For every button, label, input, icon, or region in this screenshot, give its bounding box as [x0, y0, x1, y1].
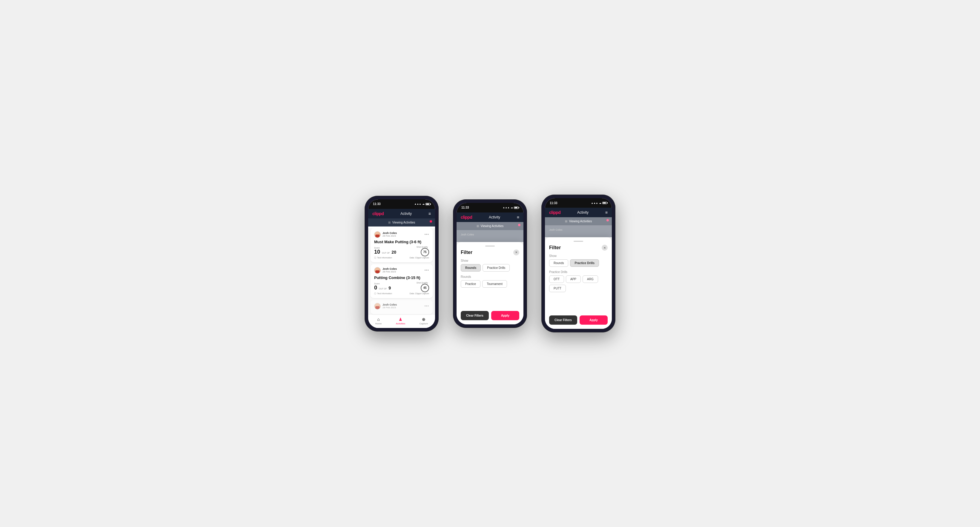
viewing-bar-1[interactable]: ⊞ Viewing Activities [368, 218, 435, 227]
signal-icon-2: ▲▲▲ [503, 206, 510, 209]
tournament-btn-2[interactable]: Tournament [482, 280, 507, 288]
info-text-1: ⓘ Test Information [374, 256, 392, 259]
logo-3: clippd [549, 210, 560, 215]
stats-container-1: Score 10 OUT OF 20 Shot Quality 75 [374, 246, 429, 256]
logo-1: clippd [372, 211, 384, 216]
status-icons-1: ▲▲▲ ☁ [414, 203, 430, 205]
clear-filters-btn-3[interactable]: Clear Filters [549, 316, 577, 325]
drills-buttons-3: OTT APP ARG PUTT [549, 275, 608, 292]
score-value-2: 0 [374, 285, 377, 291]
apply-btn-3[interactable]: Apply [579, 316, 608, 325]
out-of-value-2: 9 [388, 286, 391, 290]
close-button-3[interactable]: ✕ [602, 245, 608, 251]
user-name-2: Josh Coles [382, 267, 397, 270]
show-buttons-2: Rounds Practice Drills [461, 264, 519, 271]
avatar-3 [374, 303, 381, 310]
user-date-1: 28 Feb 2023 [382, 235, 397, 237]
battery-icon [425, 203, 430, 205]
status-time-2: 11:33 [461, 206, 469, 209]
user-details-1: Josh Coles 28 Feb 2023 [382, 232, 397, 237]
avatar-1 [374, 231, 381, 238]
capture-label: Capture [420, 322, 428, 325]
activity-card-1[interactable]: Josh Coles 28 Feb 2023 ••• Must Make Put… [371, 228, 433, 262]
nav-capture[interactable]: ⊕ Capture [420, 317, 428, 325]
red-dot-1 [430, 220, 432, 222]
home-label: Home [375, 322, 382, 325]
phone-2: 11:33 ▲▲▲ ☁ clippd Activity ≡ ⊞ Viewing … [453, 199, 527, 328]
home-icon: ⌂ [377, 317, 380, 322]
activities-icon: ♟ [399, 317, 402, 322]
phone-3: 11:33 ▲▲▲ ☁ clippd Activity ≡ ⊞ Viewing … [541, 195, 616, 332]
nav-activities[interactable]: ♟ Activities [396, 317, 406, 325]
activity-list-1: Josh Coles 28 Feb 2023 ••• Must Make Put… [368, 228, 435, 314]
dimmed-content-3: Josh Coles [545, 225, 612, 237]
filter-sheet-2: Filter ✕ Show Rounds Practice Drills Rou… [457, 242, 523, 324]
ott-btn-3[interactable]: OTT [549, 275, 564, 283]
filter-actions-2: Clear Filters Apply [461, 311, 519, 320]
rounds-show-btn-3[interactable]: Rounds [549, 259, 568, 267]
menu-icon-1[interactable]: ≡ [428, 211, 431, 216]
clear-filters-btn-2[interactable]: Clear Filters [461, 311, 489, 320]
score-row-1: 10 OUT OF 20 [374, 249, 396, 255]
header-title-3: Activity [577, 210, 589, 214]
status-icons-2: ▲▲▲ ☁ [503, 206, 519, 209]
close-button-2[interactable]: ✕ [513, 249, 519, 256]
practice-drills-show-btn-3[interactable]: Practice Drills [570, 259, 599, 267]
status-bar-1: 11:33 ▲▲▲ ☁ [368, 199, 435, 209]
phone-2-content: ⊞ Viewing Activities Josh Coles Filter ✕… [457, 222, 523, 324]
user-info-1: Josh Coles 28 Feb 2023 [374, 231, 397, 238]
user-info-2: Josh Coles 28 Feb 2023 [374, 267, 397, 274]
sq-label-1: Shot Quality [417, 246, 428, 248]
sq-badge-1: 75 [421, 248, 429, 256]
filter-header-2: Filter ✕ [461, 249, 519, 256]
battery-icon-3 [602, 202, 607, 204]
capture-icon: ⊕ [422, 317, 425, 322]
menu-icon-2[interactable]: ≡ [517, 215, 519, 220]
viewing-bar-text-2: Viewing Activities [481, 224, 504, 228]
app-btn-3[interactable]: APP [566, 275, 581, 283]
rounds-show-btn-2[interactable]: Rounds [461, 264, 481, 271]
dots-menu-1[interactable]: ••• [424, 232, 429, 237]
activity-card-2[interactable]: Josh Coles 28 Feb 2023 ••• Putting Combi… [371, 264, 433, 298]
dimmed-user-2: Josh Coles [457, 230, 523, 239]
activity-card-3[interactable]: Josh Coles 28 Feb 2023 ••• [371, 300, 433, 314]
user-details-2: Josh Coles 28 Feb 2023 [382, 267, 397, 273]
viewing-icon-2: ⊞ [477, 224, 479, 228]
card-title-1: Must Make Putting (3-6 ft) [374, 240, 429, 244]
show-label-3: Show [549, 254, 608, 257]
data-text-2: Data: Clippd Capture [410, 292, 429, 295]
user-name-1: Josh Coles [382, 232, 397, 235]
wifi-icon-2: ☁ [511, 206, 513, 209]
card-header-1: Josh Coles 28 Feb 2023 ••• [374, 231, 429, 238]
practice-drills-show-btn-2[interactable]: Practice Drills [482, 264, 510, 271]
viewing-bar-3-dimmed: ⊞ Viewing Activities [545, 217, 612, 225]
red-dot-3 [606, 219, 609, 221]
card-title-2: Putting Combine (3-15 ft) [374, 275, 429, 280]
app-header-2: clippd Activity ≡ [457, 213, 523, 222]
menu-icon-3[interactable]: ≡ [605, 210, 608, 215]
phone-3-content: ⊞ Viewing Activities Josh Coles Filter ✕… [545, 217, 612, 329]
arg-btn-3[interactable]: ARG [582, 275, 598, 283]
viewing-icon-1: ⊞ [388, 221, 391, 224]
apply-btn-2[interactable]: Apply [491, 311, 519, 320]
phone-2-screen: 11:33 ▲▲▲ ☁ clippd Activity ≡ ⊞ Viewing … [457, 203, 523, 324]
show-buttons-3: Rounds Practice Drills [549, 259, 608, 267]
red-dot-2 [518, 224, 520, 226]
status-bar-3: 11:33 ▲▲▲ ☁ [545, 198, 612, 208]
card-footer-1: ⓘ Test Information Data: Clippd Capture [374, 256, 429, 259]
dimmed-user-3: Josh Coles [545, 225, 612, 234]
stats-container-2: Score 0 OUT OF 9 Shot Quality 45 [374, 282, 429, 292]
score-row-2: 0 OUT OF 9 [374, 285, 391, 291]
nav-home[interactable]: ⌂ Home [375, 317, 382, 325]
dots-menu-3[interactable]: ••• [424, 304, 429, 308]
show-label-2: Show [461, 259, 519, 262]
dots-menu-2[interactable]: ••• [424, 268, 429, 273]
wifi-icon: ☁ [422, 203, 425, 205]
header-title-2: Activity [489, 215, 500, 219]
practice-btn-2[interactable]: Practice [461, 280, 480, 288]
putt-btn-3[interactable]: PUTT [549, 285, 566, 292]
rounds-buttons-2: Practice Tournament [461, 280, 519, 288]
score-label-1: Score [374, 247, 395, 249]
viewing-bar-2-dimmed: ⊞ Viewing Activities [457, 222, 523, 230]
notch-2 [481, 203, 499, 209]
